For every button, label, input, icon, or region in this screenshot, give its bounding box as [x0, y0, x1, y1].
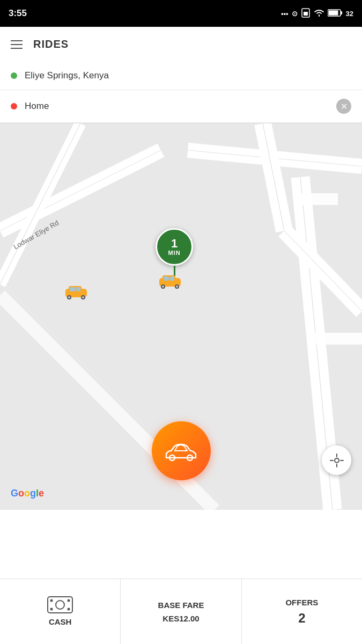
ride-button[interactable] [152, 421, 211, 480]
secondary-car-icon [64, 284, 88, 299]
main-car-icon [158, 274, 182, 289]
map-area: Lodwar Eliye Rd 1 MIN [0, 123, 362, 510]
svg-rect-7 [311, 333, 362, 345]
svg-rect-11 [170, 276, 174, 281]
hamburger-line-1 [11, 40, 23, 41]
svg-point-23 [82, 296, 84, 298]
offers-section[interactable]: OFFERS 2 [242, 579, 362, 644]
payment-section[interactable]: CASH [0, 579, 121, 644]
svg-rect-3 [328, 10, 338, 15]
battery-percent: 32 [346, 10, 353, 18]
svg-point-35 [50, 608, 53, 610]
location-icon [330, 453, 344, 467]
svg-rect-31 [48, 597, 72, 613]
wifi-icon [314, 9, 324, 19]
page-title: RIDES [33, 38, 69, 50]
status-bar: 3:55 ••• ⊙ 32 [0, 0, 362, 27]
location-button[interactable] [322, 445, 351, 475]
fare-amount: KES12.00 [162, 614, 199, 623]
battery-icon [328, 9, 343, 19]
search-container: Eliye Springs, Kenya Home ✕ [0, 62, 362, 123]
offers-label: OFFERS [285, 597, 318, 608]
car-silhouette-icon [164, 439, 198, 463]
origin-input[interactable]: Eliye Springs, Kenya [25, 70, 351, 81]
fare-label: BASE FARE [158, 600, 204, 611]
origin-row[interactable]: Eliye Springs, Kenya [0, 62, 362, 90]
arrival-badge-circle: 1 MIN [156, 228, 193, 266]
svg-rect-10 [164, 276, 169, 281]
cash-icon [47, 596, 73, 613]
svg-point-34 [68, 599, 70, 602]
hamburger-line-2 [11, 44, 23, 45]
svg-point-33 [50, 599, 53, 602]
svg-rect-18 [70, 287, 75, 291]
destination-input[interactable]: Home [25, 101, 329, 112]
signal-dots-icon: ••• [281, 10, 289, 18]
payment-label: CASH [49, 617, 72, 627]
svg-rect-6 [295, 193, 338, 205]
svg-rect-4 [341, 11, 342, 14]
svg-point-15 [176, 286, 178, 288]
svg-point-13 [162, 286, 164, 288]
fare-section: BASE FARE KES12.00 [121, 579, 241, 644]
status-time: 3:55 [9, 8, 27, 19]
google-watermark: Google [11, 488, 44, 499]
clear-destination-button[interactable]: ✕ [336, 99, 351, 114]
sim-icon [301, 8, 311, 19]
bottom-bar: CASH BASE FARE KES12.00 OFFERS 2 [0, 579, 362, 644]
svg-rect-1 [304, 12, 308, 16]
arrival-unit: MIN [168, 250, 180, 256]
svg-point-24 [335, 458, 339, 463]
menu-button[interactable] [11, 40, 23, 49]
header: RIDES [0, 27, 362, 62]
headset-icon: ⊙ [292, 10, 298, 18]
destination-dot [11, 103, 17, 109]
svg-rect-19 [76, 287, 80, 291]
svg-point-32 [56, 601, 64, 609]
origin-dot [11, 72, 17, 79]
arrival-minutes: 1 [171, 238, 178, 250]
destination-row[interactable]: Home ✕ [0, 90, 362, 123]
svg-point-36 [68, 608, 70, 610]
svg-point-21 [68, 296, 70, 298]
offers-count: 2 [298, 611, 305, 626]
hamburger-line-3 [11, 48, 23, 49]
status-icons: ••• ⊙ 32 [281, 8, 353, 19]
